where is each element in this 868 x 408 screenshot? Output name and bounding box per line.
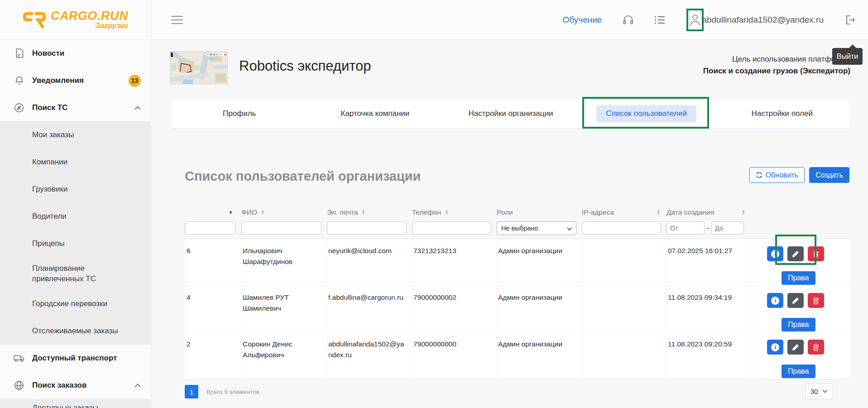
sort-icon[interactable]: ▲▼ xyxy=(657,210,660,215)
topbar: Обучение abdullinafarida1502@yandex.ru xyxy=(151,0,868,40)
rights-button[interactable]: Права xyxy=(782,271,815,285)
sidebar-item-notifications[interactable]: Уведомления 13 xyxy=(0,67,151,94)
sidebar-item-label: Поиск ТС xyxy=(32,103,67,112)
tab-field-settings[interactable]: Настройки полей xyxy=(714,105,850,122)
sort-icon[interactable]: ▲▼ xyxy=(261,210,264,215)
sort-icon[interactable]: ▲▼ xyxy=(362,210,365,215)
training-link[interactable]: Обучение xyxy=(563,15,602,25)
refresh-icon xyxy=(756,172,762,178)
sidebar-item-label: Доступный транспорт xyxy=(32,354,117,363)
page-1-button[interactable]: 1 xyxy=(185,385,198,398)
bell-icon xyxy=(14,76,24,86)
page-size-select[interactable]: 30 xyxy=(805,383,833,399)
filter-id-input[interactable] xyxy=(185,221,236,235)
sidebar-item-planning[interactable]: Планирование привлеченных ТС xyxy=(0,257,151,290)
table-body: 6 Ильнарович Шарафутдинов neyurik@icloud… xyxy=(185,239,850,379)
edit-button[interactable] xyxy=(787,293,804,308)
sidebar-item-trucks[interactable]: Грузовики xyxy=(0,176,151,203)
filter-date-from-input[interactable] xyxy=(667,221,705,235)
info-button[interactable]: i xyxy=(767,246,783,261)
cell-email: f.abdullina@cargorun.ru xyxy=(327,286,412,332)
cargo-run-logo-icon xyxy=(23,11,46,29)
user-avatar-icon[interactable] xyxy=(690,13,700,27)
sidebar-item-city-transport[interactable]: Городские перевозки xyxy=(0,290,151,317)
sidebar-item-search-vehicles[interactable]: Поиск ТС xyxy=(0,94,151,121)
rights-button[interactable]: Права xyxy=(782,318,815,331)
sidebar-item-tracked-orders[interactable]: Отслеживаемые заказы xyxy=(0,317,151,345)
column-header-name: ФИО xyxy=(241,208,257,216)
sort-icon[interactable]: ▲▼ xyxy=(445,210,448,215)
filter-email-input[interactable] xyxy=(327,221,407,235)
sidebar-item-label: Новости xyxy=(32,49,64,58)
edit-button[interactable] xyxy=(787,340,804,355)
user-email[interactable]: abdullinafarida1502@yandex.ru xyxy=(702,15,824,25)
info-button[interactable]: i xyxy=(767,340,783,355)
rights-button[interactable]: Права xyxy=(782,365,815,378)
sort-icon[interactable]: ▲▼ xyxy=(742,210,745,215)
delete-button[interactable] xyxy=(808,246,824,261)
info-button[interactable]: i xyxy=(767,293,783,308)
sidebar-item-search-orders[interactable]: Поиск заказов xyxy=(0,372,151,399)
cell-name: Ильнарович Шарафутдинов xyxy=(241,239,327,285)
refresh-label: Обновить xyxy=(766,171,798,179)
logout-icon[interactable] xyxy=(844,14,855,25)
sidebar-item-available-transport[interactable]: Доступный транспорт xyxy=(0,345,151,372)
sidebar-item-my-orders[interactable]: Мои заказы xyxy=(0,121,151,149)
cell-ip xyxy=(582,332,667,379)
tab-label: Настройки организации xyxy=(459,105,562,122)
sidebar-item-drivers[interactable]: Водители xyxy=(0,203,151,230)
filter-role-select[interactable]: Не выбрано xyxy=(497,221,576,235)
sidebar-item-companies[interactable]: Компании xyxy=(0,149,151,176)
page-size-value: 30 xyxy=(810,388,818,395)
tab-company-card[interactable]: Карточка компании xyxy=(307,105,443,122)
chevron-up-icon[interactable] xyxy=(134,381,141,390)
edit-button[interactable] xyxy=(787,246,804,261)
company-map-thumbnail xyxy=(170,51,228,84)
cell-created: 07.02.2025 16:01:27 xyxy=(667,239,752,285)
tab-user-list[interactable]: Список пользователей xyxy=(579,105,715,122)
cell-role: Админ организации xyxy=(497,286,582,332)
table-row: 2 Сорокин Денис Альфирович abdullinafari… xyxy=(185,332,850,379)
tab-org-settings[interactable]: Настройки организации xyxy=(443,105,579,122)
filter-phone-input[interactable] xyxy=(412,221,491,235)
sidebar-item-available-orders[interactable]: Доступные заказы xyxy=(0,399,151,408)
info-icon: i xyxy=(771,297,779,305)
cell-created: 11.08.2023 09:20:59 xyxy=(667,332,752,379)
column-header-ip: IP-адреса xyxy=(582,208,614,216)
delete-button[interactable] xyxy=(808,293,824,308)
refresh-button[interactable]: Обновить xyxy=(749,167,805,183)
trash-icon xyxy=(813,297,819,304)
column-header-email: Эл. почта xyxy=(327,208,358,216)
info-icon: i xyxy=(771,343,779,351)
cell-created: 11.08.2023 09:34:19 xyxy=(667,286,752,332)
sort-desc-icon[interactable]: ▼ xyxy=(228,210,233,215)
sub-item-label: Грузовики xyxy=(32,184,68,194)
sidebar-item-news[interactable]: Новости xyxy=(0,40,151,67)
brand-logo[interactable]: CARGO.RUN Загрузки xyxy=(0,0,151,40)
tab-label: Профиль xyxy=(213,105,265,122)
date-range-dash: - xyxy=(707,224,709,232)
cell-role: Админ организации xyxy=(497,332,582,379)
delete-button[interactable] xyxy=(808,340,824,355)
cell-id: 2 xyxy=(185,332,241,379)
sub-item-label: Мои заказы xyxy=(32,130,74,140)
filter-date-to-input[interactable] xyxy=(711,221,744,235)
column-header-roles: Роли xyxy=(497,208,513,216)
sidebar-item-trailers[interactable]: Прицепы xyxy=(0,230,151,257)
tab-profile[interactable]: Профиль xyxy=(172,105,307,122)
filter-ip-input[interactable] xyxy=(582,221,661,235)
purpose-label: Цель использования платформы xyxy=(703,53,850,65)
users-table: ▼ ФИО▲▼ Эл. почта▲▼ Телефон▲▼ Роли IP-ад… xyxy=(185,204,850,379)
cell-email: neyurik@icloud.com xyxy=(327,239,412,285)
chevron-up-icon[interactable] xyxy=(134,103,141,112)
headphones-icon[interactable] xyxy=(623,14,634,25)
trash-icon xyxy=(813,250,819,258)
cell-ip xyxy=(582,286,667,332)
cell-name: Шамилев РУТ Шамилевич xyxy=(241,286,327,332)
role-select-value: Не выбрано xyxy=(501,225,538,232)
list-icon[interactable] xyxy=(655,15,666,24)
filter-name-input[interactable] xyxy=(241,221,321,235)
sidebar: CARGO.RUN Загрузки Новости Уведомления 1… xyxy=(0,0,151,408)
create-button[interactable]: Создать xyxy=(809,167,849,183)
hamburger-menu-icon[interactable] xyxy=(171,16,183,24)
